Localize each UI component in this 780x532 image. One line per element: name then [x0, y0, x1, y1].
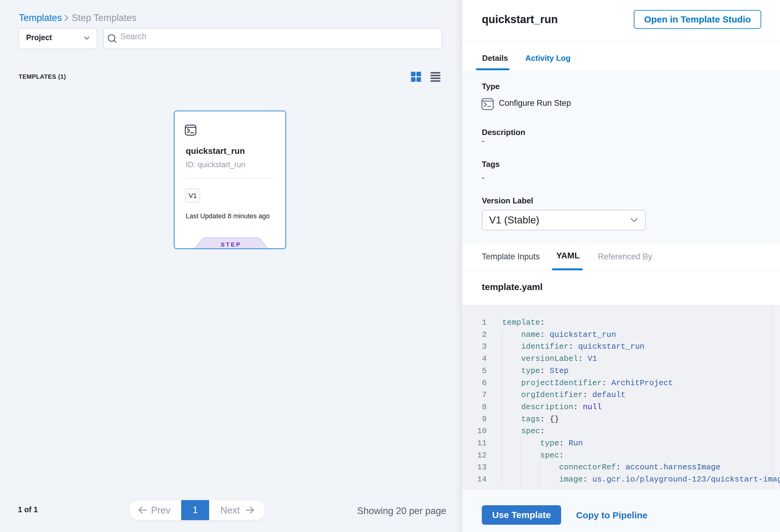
- svg-text:STEP: STEP: [221, 241, 241, 248]
